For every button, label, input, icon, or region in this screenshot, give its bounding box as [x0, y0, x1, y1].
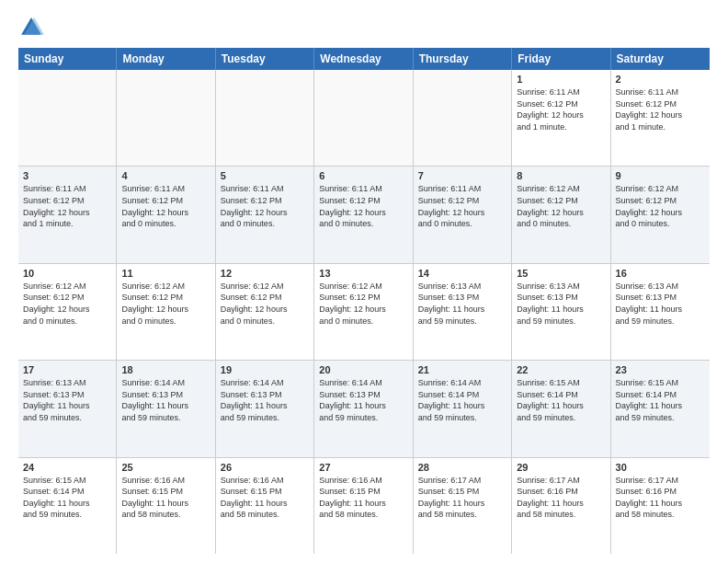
day-cell-3: 3Sunrise: 6:11 AM Sunset: 6:12 PM Daylig… [18, 167, 117, 262]
weekday-header-monday: Monday [117, 48, 215, 70]
day-cell-4: 4Sunrise: 6:11 AM Sunset: 6:12 PM Daylig… [117, 167, 215, 262]
day-cell-15: 15Sunrise: 6:13 AM Sunset: 6:13 PM Dayli… [512, 264, 610, 360]
day-number: 4 [121, 170, 210, 181]
day-info: Sunrise: 6:12 AM Sunset: 6:12 PM Dayligh… [517, 183, 605, 229]
day-info: Sunrise: 6:16 AM Sunset: 6:15 PM Dayligh… [319, 475, 407, 521]
day-cell-1: 1Sunrise: 6:11 AM Sunset: 6:12 PM Daylig… [512, 70, 610, 166]
day-number: 26 [221, 462, 309, 473]
day-number: 16 [616, 268, 705, 279]
day-number: 20 [319, 364, 407, 375]
day-info: Sunrise: 6:11 AM Sunset: 6:12 PM Dayligh… [517, 86, 605, 132]
weekday-header-tuesday: Tuesday [216, 48, 314, 70]
day-info: Sunrise: 6:14 AM Sunset: 6:13 PM Dayligh… [121, 377, 210, 423]
day-info: Sunrise: 6:11 AM Sunset: 6:12 PM Dayligh… [121, 183, 210, 229]
day-number: 8 [517, 170, 605, 181]
day-number: 23 [616, 364, 705, 375]
day-cell-20: 20Sunrise: 6:14 AM Sunset: 6:13 PM Dayli… [314, 361, 413, 456]
day-info: Sunrise: 6:11 AM Sunset: 6:12 PM Dayligh… [221, 183, 309, 229]
day-number: 7 [418, 170, 506, 181]
day-cell-16: 16Sunrise: 6:13 AM Sunset: 6:13 PM Dayli… [611, 264, 710, 360]
day-cell-24: 24Sunrise: 6:15 AM Sunset: 6:14 PM Dayli… [18, 458, 117, 554]
day-number: 3 [23, 170, 111, 181]
day-number: 17 [23, 364, 111, 375]
empty-cell [314, 70, 413, 166]
day-number: 28 [418, 462, 506, 473]
day-info: Sunrise: 6:12 AM Sunset: 6:12 PM Dayligh… [616, 183, 705, 229]
empty-cell [414, 70, 512, 166]
day-info: Sunrise: 6:16 AM Sunset: 6:15 PM Dayligh… [221, 475, 309, 521]
day-number: 10 [23, 268, 111, 279]
calendar-row-3: 17Sunrise: 6:13 AM Sunset: 6:13 PM Dayli… [18, 361, 710, 457]
day-cell-28: 28Sunrise: 6:17 AM Sunset: 6:15 PM Dayli… [414, 458, 512, 554]
day-cell-25: 25Sunrise: 6:16 AM Sunset: 6:15 PM Dayli… [117, 458, 215, 554]
day-cell-19: 19Sunrise: 6:14 AM Sunset: 6:13 PM Dayli… [216, 361, 314, 456]
day-cell-10: 10Sunrise: 6:12 AM Sunset: 6:12 PM Dayli… [18, 264, 117, 360]
day-cell-27: 27Sunrise: 6:16 AM Sunset: 6:15 PM Dayli… [314, 458, 413, 554]
day-cell-23: 23Sunrise: 6:15 AM Sunset: 6:14 PM Dayli… [611, 361, 710, 456]
day-cell-22: 22Sunrise: 6:15 AM Sunset: 6:14 PM Dayli… [512, 361, 610, 456]
day-number: 19 [221, 364, 309, 375]
day-info: Sunrise: 6:11 AM Sunset: 6:12 PM Dayligh… [616, 86, 705, 132]
calendar-row-2: 10Sunrise: 6:12 AM Sunset: 6:12 PM Dayli… [18, 264, 710, 361]
day-number: 21 [418, 364, 506, 375]
day-number: 30 [616, 462, 705, 473]
weekday-header-sunday: Sunday [18, 48, 117, 70]
day-number: 24 [23, 462, 111, 473]
day-info: Sunrise: 6:14 AM Sunset: 6:13 PM Dayligh… [319, 377, 407, 423]
calendar-row-4: 24Sunrise: 6:15 AM Sunset: 6:14 PM Dayli… [18, 458, 710, 554]
day-info: Sunrise: 6:12 AM Sunset: 6:12 PM Dayligh… [23, 281, 111, 327]
day-info: Sunrise: 6:13 AM Sunset: 6:13 PM Dayligh… [616, 281, 705, 327]
day-cell-29: 29Sunrise: 6:17 AM Sunset: 6:16 PM Dayli… [512, 458, 610, 554]
day-number: 2 [616, 74, 705, 85]
day-info: Sunrise: 6:11 AM Sunset: 6:12 PM Dayligh… [418, 183, 506, 229]
header [18, 15, 710, 40]
day-info: Sunrise: 6:17 AM Sunset: 6:15 PM Dayligh… [418, 475, 506, 521]
day-cell-7: 7Sunrise: 6:11 AM Sunset: 6:12 PM Daylig… [414, 167, 512, 262]
day-cell-14: 14Sunrise: 6:13 AM Sunset: 6:13 PM Dayli… [414, 264, 512, 360]
day-info: Sunrise: 6:15 AM Sunset: 6:14 PM Dayligh… [616, 377, 705, 423]
day-info: Sunrise: 6:16 AM Sunset: 6:15 PM Dayligh… [121, 475, 210, 521]
logo-icon [18, 15, 44, 40]
day-number: 15 [517, 268, 605, 279]
day-cell-18: 18Sunrise: 6:14 AM Sunset: 6:13 PM Dayli… [117, 361, 215, 456]
day-number: 22 [517, 364, 605, 375]
day-number: 5 [221, 170, 309, 181]
calendar-row-0: 1Sunrise: 6:11 AM Sunset: 6:12 PM Daylig… [18, 70, 710, 167]
day-info: Sunrise: 6:11 AM Sunset: 6:12 PM Dayligh… [23, 183, 111, 229]
day-cell-2: 2Sunrise: 6:11 AM Sunset: 6:12 PM Daylig… [611, 70, 710, 166]
empty-cell [18, 70, 117, 166]
day-info: Sunrise: 6:12 AM Sunset: 6:12 PM Dayligh… [221, 281, 309, 327]
day-info: Sunrise: 6:12 AM Sunset: 6:12 PM Dayligh… [121, 281, 210, 327]
weekday-header-saturday: Saturday [611, 48, 710, 70]
weekday-header-thursday: Thursday [414, 48, 512, 70]
day-cell-21: 21Sunrise: 6:14 AM Sunset: 6:14 PM Dayli… [414, 361, 512, 456]
weekday-header-friday: Friday [512, 48, 610, 70]
calendar-row-1: 3Sunrise: 6:11 AM Sunset: 6:12 PM Daylig… [18, 167, 710, 263]
empty-cell [117, 70, 215, 166]
day-info: Sunrise: 6:17 AM Sunset: 6:16 PM Dayligh… [616, 475, 705, 521]
calendar-body: 1Sunrise: 6:11 AM Sunset: 6:12 PM Daylig… [18, 70, 710, 554]
day-info: Sunrise: 6:14 AM Sunset: 6:13 PM Dayligh… [221, 377, 309, 423]
day-number: 11 [121, 268, 210, 279]
day-info: Sunrise: 6:13 AM Sunset: 6:13 PM Dayligh… [517, 281, 605, 327]
day-number: 18 [121, 364, 210, 375]
day-info: Sunrise: 6:14 AM Sunset: 6:14 PM Dayligh… [418, 377, 506, 423]
day-info: Sunrise: 6:11 AM Sunset: 6:12 PM Dayligh… [319, 183, 407, 229]
day-cell-11: 11Sunrise: 6:12 AM Sunset: 6:12 PM Dayli… [117, 264, 215, 360]
day-info: Sunrise: 6:13 AM Sunset: 6:13 PM Dayligh… [23, 377, 111, 423]
day-info: Sunrise: 6:15 AM Sunset: 6:14 PM Dayligh… [23, 475, 111, 521]
day-info: Sunrise: 6:15 AM Sunset: 6:14 PM Dayligh… [517, 377, 605, 423]
day-number: 27 [319, 462, 407, 473]
day-cell-30: 30Sunrise: 6:17 AM Sunset: 6:16 PM Dayli… [611, 458, 710, 554]
day-number: 12 [221, 268, 309, 279]
day-cell-12: 12Sunrise: 6:12 AM Sunset: 6:12 PM Dayli… [216, 264, 314, 360]
weekday-header-wednesday: Wednesday [314, 48, 413, 70]
day-info: Sunrise: 6:12 AM Sunset: 6:12 PM Dayligh… [319, 281, 407, 327]
day-cell-26: 26Sunrise: 6:16 AM Sunset: 6:15 PM Dayli… [216, 458, 314, 554]
day-number: 1 [517, 74, 605, 85]
day-cell-17: 17Sunrise: 6:13 AM Sunset: 6:13 PM Dayli… [18, 361, 117, 456]
day-number: 9 [616, 170, 705, 181]
day-number: 14 [418, 268, 506, 279]
day-cell-9: 9Sunrise: 6:12 AM Sunset: 6:12 PM Daylig… [611, 167, 710, 262]
logo [18, 15, 48, 40]
